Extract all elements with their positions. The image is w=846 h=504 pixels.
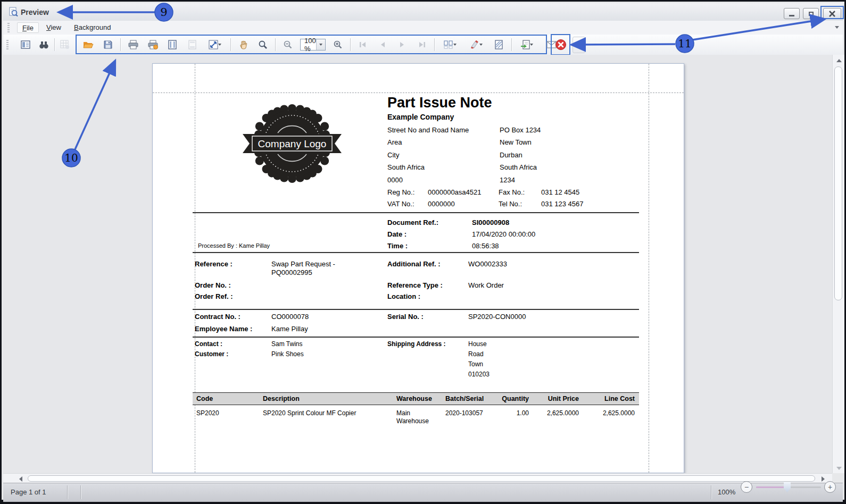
scroll-up-icon[interactable] bbox=[836, 59, 842, 62]
zoom-in-slider-button[interactable]: + bbox=[824, 481, 836, 493]
cell-code: SP2020 bbox=[196, 409, 219, 417]
time-value: 08:56:38 bbox=[472, 242, 499, 250]
employee-name-value: Kame Pillay bbox=[271, 325, 308, 333]
menubar-grip[interactable] bbox=[7, 23, 10, 32]
reference-type-label: Reference Type : bbox=[387, 281, 443, 289]
header-footer-icon bbox=[188, 40, 196, 49]
save-button[interactable] bbox=[101, 37, 115, 52]
close-preview-button[interactable] bbox=[553, 37, 568, 52]
document-map-button[interactable] bbox=[18, 37, 33, 52]
menu-background[interactable]: Background bbox=[69, 22, 115, 33]
horizontal-scroll-thumb[interactable] bbox=[28, 475, 815, 482]
order-no-label: Order No. : bbox=[195, 281, 231, 289]
toolbar-separator bbox=[434, 38, 435, 51]
cell-description: SP2020 Sprint Colour MF Copier bbox=[263, 409, 356, 417]
page-color-dropdown-icon[interactable] bbox=[479, 44, 483, 46]
watermark-button[interactable] bbox=[492, 37, 507, 52]
magnifier-button[interactable] bbox=[255, 37, 270, 52]
customize-button[interactable] bbox=[57, 37, 72, 52]
menu-file-rest: ile bbox=[27, 24, 34, 32]
header-footer-button[interactable] bbox=[185, 37, 200, 52]
scale-dropdown-icon[interactable] bbox=[218, 44, 221, 46]
magnifier-icon bbox=[258, 40, 268, 49]
last-page-button[interactable] bbox=[414, 37, 429, 52]
search-button[interactable] bbox=[36, 37, 51, 52]
page-setup-icon bbox=[168, 40, 177, 49]
quick-print-button[interactable] bbox=[145, 37, 160, 52]
scale-button[interactable] bbox=[204, 37, 226, 52]
minimize-button[interactable] bbox=[784, 8, 800, 19]
close-button[interactable] bbox=[823, 8, 841, 19]
scroll-right-icon[interactable] bbox=[822, 476, 825, 482]
col-header-quantity: Quantity bbox=[486, 395, 529, 402]
location-label: Location : bbox=[387, 292, 420, 300]
save-floppy-icon bbox=[103, 40, 113, 49]
order-ref-label: Order Ref. : bbox=[195, 292, 233, 300]
cell-line-cost: 2,625.0000 bbox=[587, 409, 635, 417]
quick-print-icon bbox=[148, 40, 158, 49]
menubar-overflow-icon[interactable] bbox=[835, 26, 839, 29]
zoom-combo-dropdown[interactable] bbox=[316, 39, 325, 50]
last-page-icon bbox=[418, 41, 426, 48]
next-page-button[interactable] bbox=[395, 37, 410, 52]
zoom-in-button[interactable] bbox=[330, 37, 345, 52]
toolbar-overflow-button[interactable] bbox=[573, 37, 585, 53]
menu-bar: File View Background bbox=[3, 21, 843, 35]
search-binoculars-icon bbox=[39, 40, 49, 49]
statusbar-separator bbox=[67, 485, 68, 499]
scroll-down-icon[interactable] bbox=[836, 467, 842, 470]
export-dropdown-icon[interactable] bbox=[530, 44, 533, 46]
close-preview-icon bbox=[555, 39, 567, 51]
zoom-combo[interactable]: 100 % bbox=[300, 39, 326, 51]
contact-value: Sam Twins bbox=[271, 340, 302, 348]
address-line: South Africa bbox=[387, 163, 425, 171]
toolbar-grip[interactable] bbox=[6, 40, 9, 49]
vat-value: 0000000 bbox=[428, 200, 455, 208]
multiple-pages-button[interactable] bbox=[439, 37, 461, 52]
toolbar-separator bbox=[350, 38, 351, 51]
zoom-out-slider-button[interactable]: − bbox=[741, 481, 752, 493]
vertical-scroll-thumb[interactable] bbox=[834, 66, 842, 300]
zoom-percent-label: 100% bbox=[718, 488, 735, 496]
print-button[interactable] bbox=[126, 37, 140, 52]
next-page-icon bbox=[399, 41, 406, 48]
page-color-button[interactable] bbox=[466, 37, 487, 52]
shipping-address-line: Town bbox=[468, 360, 483, 368]
window-title: Preview bbox=[21, 8, 49, 16]
contact-label: Contact : bbox=[195, 340, 222, 348]
vat-label: VAT No.: bbox=[387, 200, 414, 208]
page-setup-button[interactable] bbox=[165, 37, 180, 52]
address-line: Street No and Road Name bbox=[387, 126, 469, 134]
scroll-left-icon[interactable] bbox=[19, 476, 22, 482]
additional-ref-label: Additional Ref. : bbox=[387, 260, 441, 268]
open-folder-icon bbox=[83, 40, 94, 49]
reference-type-value: Work Order bbox=[468, 281, 504, 289]
menu-file[interactable]: File bbox=[17, 22, 39, 33]
address-line: Area bbox=[387, 138, 402, 146]
export-document-button[interactable] bbox=[517, 37, 538, 52]
section-divider bbox=[193, 309, 639, 310]
maximize-button[interactable] bbox=[803, 8, 819, 19]
cell-quantity: 1.00 bbox=[486, 409, 529, 417]
reg-value: 0000000asa4521 bbox=[428, 188, 482, 196]
vertical-scrollbar[interactable] bbox=[832, 55, 844, 473]
preview-window: Preview File View Background bbox=[0, 0, 846, 504]
open-button[interactable] bbox=[81, 37, 96, 52]
zoom-out-button[interactable] bbox=[280, 37, 295, 52]
reference-label: Reference : bbox=[195, 260, 233, 268]
menu-view[interactable]: View bbox=[42, 22, 66, 33]
address-line: 1234 bbox=[500, 176, 515, 184]
first-page-icon bbox=[359, 41, 367, 48]
company-logo-text: Company Logo bbox=[258, 138, 327, 149]
serial-no-label: Serial No. : bbox=[387, 313, 424, 321]
first-page-button[interactable] bbox=[355, 37, 370, 52]
previous-page-icon bbox=[379, 41, 386, 48]
col-header-warehouse: Warehouse bbox=[396, 395, 432, 402]
multiple-pages-dropdown-icon[interactable] bbox=[453, 44, 457, 46]
previous-page-button[interactable] bbox=[375, 37, 390, 52]
document-ref-value: SI00000908 bbox=[472, 219, 509, 226]
margin-line-left bbox=[195, 64, 195, 473]
horizontal-scrollbar[interactable] bbox=[3, 473, 832, 483]
doc-title: Part Issue Note bbox=[387, 95, 492, 111]
hand-tool-button[interactable] bbox=[236, 37, 251, 52]
